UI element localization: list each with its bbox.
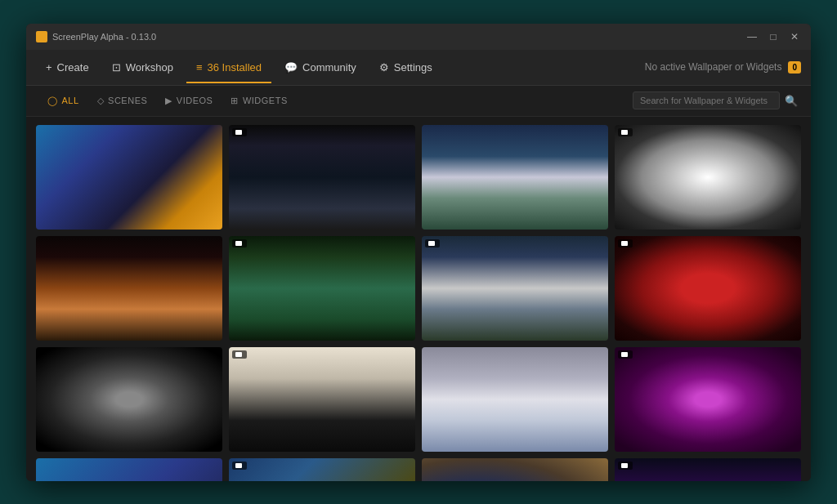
wallpaper-item-9[interactable] (36, 347, 222, 452)
nav-label-create: Create (57, 61, 89, 74)
close-button[interactable]: ✕ (788, 31, 801, 42)
filter-scenes[interactable]: ◇ SCENES (89, 92, 156, 109)
maximize-button[interactable]: □ (767, 31, 780, 42)
title-bar: ScreenPlay Alpha - 0.13.0 — □ ✕ (26, 24, 811, 50)
filter-videos[interactable]: ▶ VIDEOS (157, 92, 221, 109)
wallpaper-item-4[interactable] (615, 125, 801, 230)
wallpaper-item-16[interactable] (615, 458, 801, 480)
filter-all[interactable]: ◯ ALL (39, 92, 87, 109)
nav-label-community: Community (302, 61, 356, 74)
title-bar-left: ScreenPlay Alpha - 0.13.0 (36, 31, 156, 42)
wallpaper-item-11[interactable] (422, 347, 608, 452)
svg-rect-0 (38, 33, 46, 41)
all-icon: ◯ (47, 96, 58, 106)
wallpaper-item-12[interactable] (615, 347, 801, 452)
workshop-icon: ⊡ (112, 61, 121, 74)
wallpaper-item-7[interactable] (422, 236, 608, 341)
installed-icon: ≡ (196, 61, 203, 74)
title-bar-controls: — □ ✕ (745, 31, 801, 42)
search-icon[interactable]: 🔍 (785, 95, 798, 107)
widgets-icon: ⊞ (231, 96, 239, 106)
nav-label-settings: Settings (394, 61, 432, 74)
nav-left: + Create ⊡ Workshop ≡ 36 Installed 💬 Com… (36, 56, 442, 78)
wallpaper-item-8[interactable] (615, 236, 801, 341)
nav-right: No active Wallpaper or Widgets 0 (645, 61, 801, 74)
wallpaper-item-1[interactable] (36, 125, 222, 230)
title-bar-title: ScreenPlay Alpha - 0.13.0 (52, 32, 156, 42)
nav-label-workshop: Workshop (126, 61, 173, 74)
wallpaper-item-3[interactable] (422, 125, 608, 230)
nav-item-community[interactable]: 💬 Community (275, 56, 366, 78)
search-box: 🔍 (633, 91, 798, 109)
videos-icon: ▶ (165, 96, 172, 106)
filter-bar: ◯ ALL ◇ SCENES ▶ VIDEOS ⊞ WIDGETS 🔍 (26, 86, 811, 117)
wallpaper-item-2[interactable] (229, 125, 415, 230)
app-icon (36, 31, 47, 42)
wallpaper-item-14[interactable] (229, 458, 415, 480)
content-area[interactable] (26, 117, 811, 481)
settings-icon: ⚙ (379, 61, 389, 74)
nav-bar: + Create ⊡ Workshop ≡ 36 Installed 💬 Com… (26, 50, 811, 86)
filter-widgets[interactable]: ⊞ WIDGETS (222, 92, 295, 109)
nav-item-create[interactable]: + Create (36, 56, 99, 78)
nav-label-installed: 36 Installed (208, 61, 262, 74)
search-input[interactable] (633, 91, 780, 109)
nav-item-installed[interactable]: ≡ 36 Installed (186, 56, 271, 78)
filter-left: ◯ ALL ◇ SCENES ▶ VIDEOS ⊞ WIDGETS (39, 92, 296, 109)
wallpaper-grid (36, 125, 801, 481)
nav-item-workshop[interactable]: ⊡ Workshop (102, 56, 183, 78)
wallpaper-item-13[interactable] (36, 458, 222, 480)
scenes-icon: ◇ (97, 96, 105, 106)
community-icon: 💬 (284, 61, 298, 74)
wallpaper-item-6[interactable] (229, 236, 415, 341)
status-text: No active Wallpaper or Widgets (645, 61, 782, 73)
status-badge: 0 (788, 61, 801, 74)
app-window: ScreenPlay Alpha - 0.13.0 — □ ✕ + Create… (26, 24, 811, 481)
wallpaper-item-10[interactable] (229, 347, 415, 452)
wallpaper-item-5[interactable] (36, 236, 222, 341)
wallpaper-item-15[interactable] (422, 458, 608, 480)
create-icon: + (46, 61, 52, 74)
nav-item-settings[interactable]: ⚙ Settings (369, 56, 442, 78)
minimize-button[interactable]: — (745, 31, 759, 42)
